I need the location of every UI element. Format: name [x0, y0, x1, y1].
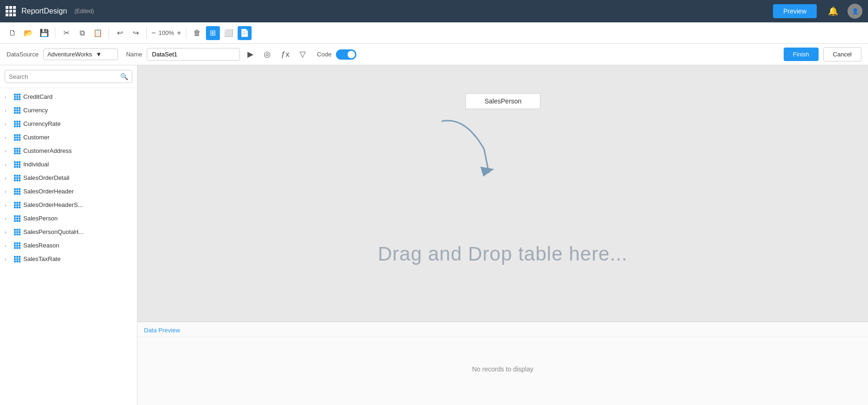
- table-icon: [14, 175, 21, 181]
- table-icon: [14, 161, 21, 168]
- table-list-item[interactable]: ›Currency: [0, 103, 137, 117]
- table-name-label: SalesReason: [23, 242, 59, 249]
- table-name-label: SalesPersonQuotaH...: [23, 228, 83, 235]
- table-icon: [14, 107, 21, 114]
- chevron-right-icon: ›: [5, 108, 11, 113]
- table-list-item[interactable]: ›SalesOrderHeader: [0, 185, 137, 198]
- table-list-item[interactable]: ›Individual: [0, 158, 137, 171]
- search-input-wrap[interactable]: 🔍: [5, 70, 132, 83]
- table-icon: [14, 229, 21, 235]
- cut-button[interactable]: ✂: [59, 26, 73, 40]
- table-name-label: SalesOrderDetail: [23, 174, 69, 181]
- table-name-label: SalesOrderHeaderS...: [23, 201, 83, 208]
- datasource-label: DataSource: [7, 51, 39, 58]
- table-list-item[interactable]: ›SalesOrderHeaderS...: [0, 198, 137, 212]
- table-icon: [14, 215, 21, 222]
- table-list-item[interactable]: ›SalesOrderDetail: [0, 171, 137, 185]
- table-list: ›CreditCard›Currency›CurrencyRate›Custom…: [0, 88, 137, 405]
- search-box: 🔍: [0, 65, 137, 88]
- table-list-item[interactable]: ›CustomerAddress: [0, 144, 137, 158]
- layout-button[interactable]: ⬜: [222, 26, 236, 40]
- chevron-down-icon: ▼: [96, 51, 114, 58]
- finish-button[interactable]: Finish: [784, 48, 819, 61]
- chevron-right-icon: ›: [5, 175, 11, 181]
- grid-view-button[interactable]: ⊞: [206, 26, 220, 40]
- no-records-message: No records to display: [137, 337, 868, 401]
- cancel-button[interactable]: Cancel: [823, 47, 861, 62]
- avatar[interactable]: 👤: [847, 4, 862, 19]
- undo-button[interactable]: ↩: [113, 26, 127, 40]
- chevron-right-icon: ›: [5, 162, 11, 167]
- table-icon: [14, 188, 21, 195]
- paste-button[interactable]: 📋: [91, 26, 105, 40]
- table-icon: [14, 134, 21, 141]
- table-name-label: SalesPerson: [23, 215, 58, 222]
- table-name-label: CurrencyRate: [23, 120, 61, 127]
- run-button[interactable]: ▶: [245, 48, 256, 61]
- separator-1: [55, 27, 55, 39]
- chevron-right-icon: ›: [5, 256, 11, 262]
- data-preview-header[interactable]: Data Preview: [137, 322, 868, 337]
- datasource-value: AdventureWorks: [48, 51, 92, 58]
- new-file-button[interactable]: 🗋: [6, 26, 20, 40]
- separator-2: [109, 27, 109, 39]
- chevron-right-icon: ›: [5, 202, 11, 208]
- datasource-select[interactable]: AdventureWorks ▼: [43, 48, 118, 60]
- save-button[interactable]: 💾: [37, 26, 51, 40]
- code-toggle[interactable]: [336, 49, 356, 60]
- chevron-right-icon: ›: [5, 94, 11, 100]
- search-input[interactable]: [9, 73, 117, 80]
- preview-button[interactable]: Preview: [773, 4, 817, 18]
- chevron-right-icon: ›: [5, 121, 11, 127]
- sidebar: 🔍 ›CreditCard›Currency›CurrencyRate›Cust…: [0, 65, 137, 405]
- chevron-right-icon: ›: [5, 243, 11, 248]
- data-preview: Data Preview No records to display: [137, 321, 868, 405]
- main-area: 🔍 ›CreditCard›Currency›CurrencyRate›Cust…: [0, 65, 868, 405]
- table-name-label: Currency: [23, 107, 48, 114]
- delete-button[interactable]: 🗑: [190, 26, 204, 40]
- circle-button[interactable]: ◎: [261, 48, 273, 61]
- table-list-item[interactable]: ›CurrencyRate: [0, 117, 137, 130]
- table-list-item[interactable]: ›SalesPersonQuotaH...: [0, 225, 137, 239]
- fx-button[interactable]: ƒx: [278, 48, 292, 61]
- table-list-item[interactable]: ›Customer: [0, 130, 137, 144]
- chevron-right-icon: ›: [5, 216, 11, 221]
- salesperson-table-box[interactable]: SalesPerson: [465, 93, 540, 109]
- search-icon: 🔍: [120, 73, 128, 80]
- zoom-out-button[interactable]: −: [150, 29, 157, 37]
- table-list-item[interactable]: ›SalesTaxRate: [0, 252, 137, 266]
- toolbar: 🗋 📂 💾 ✂ ⧉ 📋 ↩ ↪ − 100% + 🗑 ⊞ ⬜ 📄: [0, 22, 868, 44]
- redo-button[interactable]: ↪: [129, 26, 143, 40]
- table-icon: [14, 94, 21, 100]
- filter-button[interactable]: ▽: [297, 48, 308, 61]
- table-list-item[interactable]: ›SalesReason: [0, 239, 137, 252]
- table-name-label: Customer: [23, 134, 49, 141]
- open-button[interactable]: 📂: [21, 26, 35, 40]
- page-view-button[interactable]: 📄: [238, 26, 252, 40]
- drag-arrow: [428, 112, 512, 186]
- chevron-right-icon: ›: [5, 229, 11, 235]
- table-list-item[interactable]: ›CreditCard: [0, 90, 137, 103]
- zoom-in-button[interactable]: +: [176, 29, 182, 37]
- chevron-right-icon: ›: [5, 148, 11, 154]
- table-list-item[interactable]: ›SalesPerson: [0, 212, 137, 225]
- table-name-label: SalesTaxRate: [23, 255, 61, 262]
- table-name-label: Individual: [23, 161, 49, 168]
- app-grid-icon[interactable]: [6, 6, 16, 16]
- chevron-right-icon: ›: [5, 135, 11, 140]
- table-icon: [14, 256, 21, 262]
- app-title: ReportDesign: [21, 7, 67, 15]
- chevron-right-icon: ›: [5, 189, 11, 194]
- separator-4: [186, 27, 186, 39]
- content-area: SalesPerson Drag and Drop table here... …: [137, 65, 868, 405]
- design-canvas[interactable]: SalesPerson Drag and Drop table here...: [137, 65, 868, 321]
- table-icon: [14, 242, 21, 249]
- code-label: Code: [317, 51, 331, 58]
- table-icon: [14, 202, 21, 208]
- bell-icon[interactable]: 🔔: [828, 6, 838, 16]
- copy-button[interactable]: ⧉: [75, 26, 89, 40]
- zoom-control: − 100% +: [150, 29, 182, 37]
- dataset-name-input[interactable]: [147, 48, 240, 61]
- name-label: Name: [126, 51, 143, 58]
- drag-drop-text: Drag and Drop table here...: [378, 243, 628, 265]
